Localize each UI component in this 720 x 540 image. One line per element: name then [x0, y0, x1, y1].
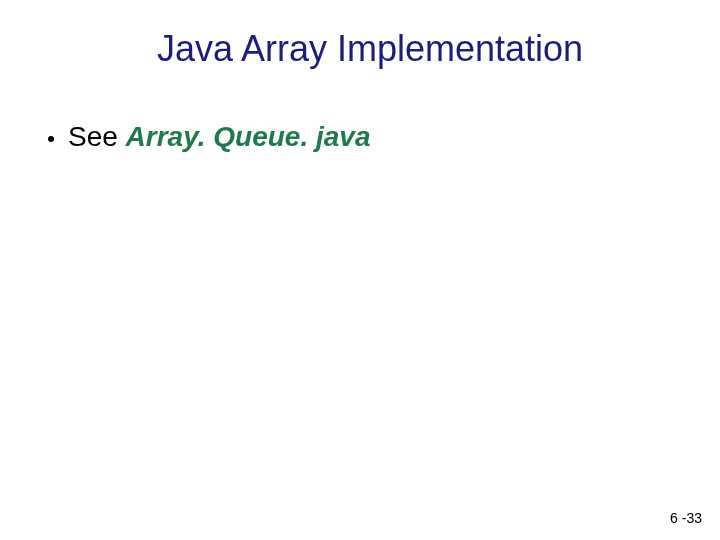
list-item: See Array. Queue. java: [48, 118, 370, 156]
bullet-list: See Array. Queue. java: [48, 118, 370, 156]
bullet-icon: [48, 136, 54, 142]
slide-title: Java Array Implementation: [0, 28, 720, 70]
bullet-text: See Array. Queue. java: [68, 118, 370, 156]
bullet-lead: See: [68, 121, 126, 152]
page-number: 6 -33: [670, 510, 702, 526]
bullet-emphasis: Array. Queue. java: [126, 121, 371, 152]
